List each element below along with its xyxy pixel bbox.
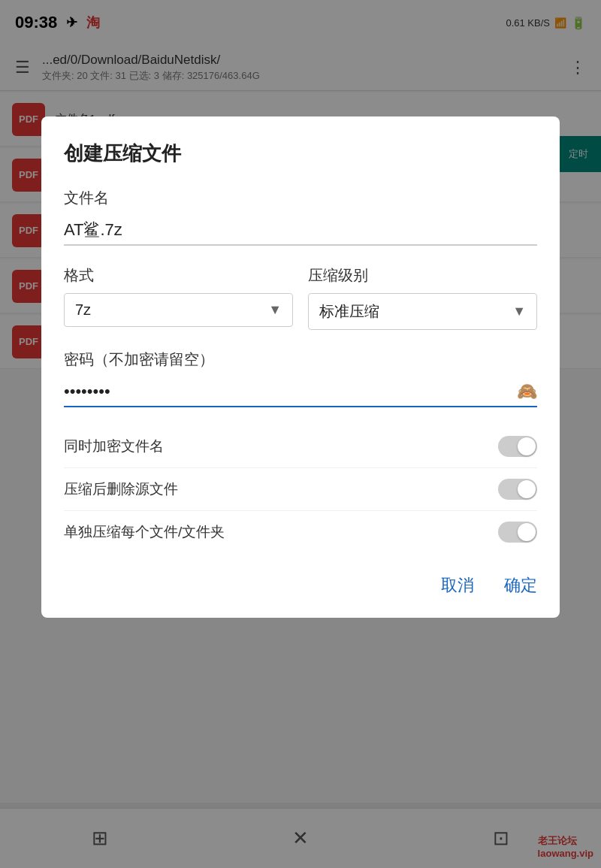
password-input[interactable] [64,377,517,406]
individual-compress-toggle-row: 单独压缩每个文件/文件夹 [64,511,537,553]
individual-compress-toggle[interactable] [498,522,537,543]
filename-label: 文件名 [64,188,537,208]
delete-source-label: 压缩后删除源文件 [64,479,178,499]
encrypt-filename-label: 同时加密文件名 [64,437,164,456]
format-level-row: 格式 7z ▼ 压缩级别 标准压缩 ▼ [64,265,537,330]
individual-compress-toggle-knob [518,523,536,541]
compress-level-select[interactable]: 标准压缩 ▼ [308,293,537,330]
password-input-wrapper: 🙈 [64,377,537,407]
encrypt-filename-toggle[interactable] [498,436,537,457]
compress-level-value: 标准压缩 [319,301,379,322]
format-select[interactable]: 7z ▼ [64,293,293,327]
create-archive-dialog: 创建压缩文件 文件名 格式 7z ▼ 压缩级别 标准压缩 ▼ 密码（不加密请留空… [41,116,560,618]
delete-source-toggle-row: 压缩后删除源文件 [64,468,537,511]
format-group: 格式 7z ▼ [64,265,293,330]
delete-source-toggle[interactable] [498,479,537,500]
dialog-buttons: 取消 确定 [64,574,537,597]
compress-level-group: 压缩级别 标准压缩 ▼ [308,265,537,330]
confirm-button[interactable]: 确定 [504,574,537,597]
toggle-password-visibility-icon[interactable]: 🙈 [517,382,537,401]
compress-level-dropdown-arrow: ▼ [512,304,526,319]
password-label: 密码（不加密请留空） [64,349,537,370]
dialog-title: 创建压缩文件 [64,141,537,167]
encrypt-filename-toggle-row: 同时加密文件名 [64,425,537,468]
delete-source-toggle-knob [518,480,536,498]
cancel-button[interactable]: 取消 [441,574,474,597]
filename-input[interactable] [64,216,537,246]
compress-level-label: 压缩级别 [308,265,537,286]
encrypt-filename-toggle-knob [518,437,536,455]
format-label: 格式 [64,265,293,286]
format-value: 7z [75,301,91,319]
individual-compress-label: 单独压缩每个文件/文件夹 [64,522,225,542]
format-dropdown-arrow: ▼ [268,302,282,318]
